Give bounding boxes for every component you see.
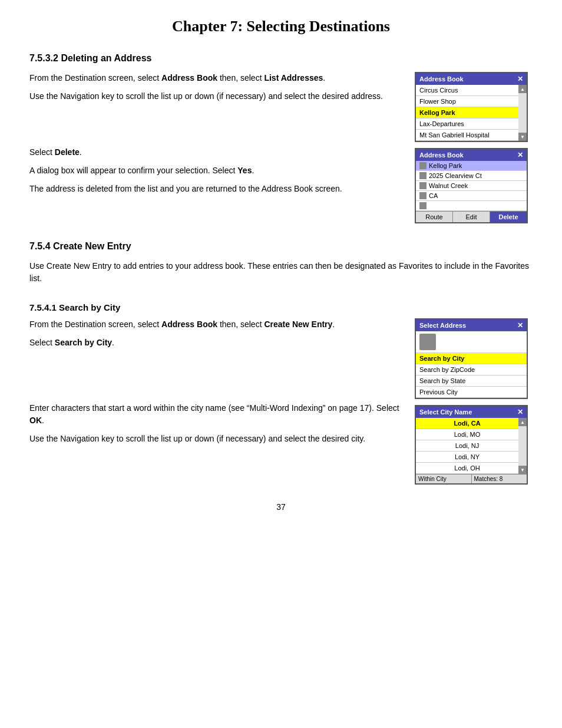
section-754-title: 7.5.4 Create New Entry (29, 241, 533, 252)
city-item-lodi-oh[interactable]: Lodi, OH (416, 463, 518, 474)
select-address-widget: Select Address ✕ Search by City Search b… (415, 318, 528, 399)
sa-icon-row (416, 331, 527, 353)
section-754-para: Use Create New Entry to add entries to y… (29, 260, 533, 285)
close-icon-4[interactable]: ✕ (517, 408, 523, 416)
section-7541-title: 7.5.4.1 Search by City (29, 302, 533, 312)
address-book-widget-2: Address Book ✕ Kellog Park 2025 Clearvie… (415, 148, 528, 223)
para-select-delete: Select Delete. (29, 146, 403, 159)
list-item[interactable]: Flower Shop (416, 96, 518, 107)
section-7532-text: From the Destination screen, select Addr… (29, 72, 403, 201)
detail-row: CA (416, 191, 527, 201)
section-754: 7.5.4 Create New Entry Use Create New En… (29, 241, 533, 285)
sa-item-previous-city[interactable]: Previous City (416, 387, 527, 398)
sa-item-search-by-zipcode[interactable]: Search by ZipCode (416, 364, 527, 375)
detail-row: 2025 Clearview Ct (416, 171, 527, 181)
row-icon (419, 192, 427, 199)
section-7541-text: From the Destination screen, select Addr… (29, 318, 403, 451)
list-item-highlighted[interactable]: Kellog Park (416, 107, 518, 118)
detail-row: Walnut Creek (416, 181, 527, 191)
city-item-lodi-ca[interactable]: Lodi, CA (416, 418, 518, 429)
row-icon (419, 202, 427, 209)
scn-footer: Within City Matches: 8 (416, 474, 527, 483)
close-icon-1[interactable]: ✕ (517, 75, 523, 83)
scroll-track (518, 93, 527, 133)
delete-button[interactable]: Delete (490, 212, 527, 222)
address-book-header-2: Address Book ✕ (416, 149, 527, 161)
scroll-track-2 (518, 426, 527, 466)
para-dialog: A dialog box will appear to confirm your… (29, 164, 403, 177)
para-enter-chars: Enter characters that start a word withi… (29, 402, 403, 427)
address-book-widget-1: Address Book ✕ Circus Circus Flower Shop… (415, 72, 528, 142)
sa-item-search-by-city[interactable]: Search by City (416, 353, 527, 364)
row-icon (419, 172, 427, 179)
book-icon (419, 162, 427, 169)
chapter-title: Chapter 7: Selecting Destinations (29, 18, 533, 35)
detail-row (416, 201, 527, 211)
edit-button[interactable]: Edit (453, 212, 490, 222)
matches-label: Matches: 8 (472, 475, 527, 483)
select-city-name-header: Select City Name ✕ (416, 406, 527, 418)
para-select-search-by-city: Select Search by City. (29, 337, 403, 349)
section-7532-content: From the Destination screen, select Addr… (29, 72, 533, 223)
scn-body: Lodi, CA Lodi, MO Lodi, NJ Lodi, NY Lodi… (416, 418, 527, 474)
row-icon (419, 182, 427, 189)
city-item-lodi-nj[interactable]: Lodi, NJ (416, 440, 518, 452)
section-7541-ui: Select Address ✕ Search by City Search b… (415, 318, 533, 485)
para-nav-key-2: Use the Navigation key to scroll the lis… (29, 433, 403, 445)
para-address-book-intro: From the Destination screen, select Addr… (29, 72, 403, 84)
scroll-down-icon-2[interactable]: ▼ (518, 466, 527, 474)
address-book-header-1: Address Book ✕ (416, 73, 527, 85)
select-address-header: Select Address ✕ (416, 319, 527, 331)
scroll-down-icon[interactable]: ▼ (518, 133, 527, 141)
para-create-new: From the Destination screen, select Addr… (29, 318, 403, 331)
city-item-lodi-ny[interactable]: Lodi, NY (416, 452, 518, 463)
route-button[interactable]: Route (416, 212, 453, 222)
scroll-up-icon-2[interactable]: ▲ (518, 418, 527, 426)
button-row: Route Edit Delete (416, 211, 527, 222)
section-7532-ui: Address Book ✕ Circus Circus Flower Shop… (415, 72, 533, 223)
scrollbar-1: ▲ ▼ (518, 85, 527, 141)
page-number: 37 (29, 502, 533, 512)
section-7532-title: 7.5.3.2 Deleting an Address (29, 53, 533, 64)
section-7532: 7.5.3.2 Deleting an Address From the Des… (29, 53, 533, 223)
section-7541-content: From the Destination screen, select Addr… (29, 318, 533, 485)
city-item-lodi-mo[interactable]: Lodi, MO (416, 429, 518, 440)
map-icon (419, 334, 436, 350)
scroll-up-icon[interactable]: ▲ (518, 85, 527, 93)
list-item[interactable]: Lax-Departures (416, 118, 518, 130)
detail-title-row: Kellog Park (416, 161, 527, 171)
sa-item-search-by-state[interactable]: Search by State (416, 375, 527, 387)
within-city-label: Within City (416, 475, 472, 483)
close-icon-3[interactable]: ✕ (517, 321, 523, 330)
select-city-name-widget: Select City Name ✕ Lodi, CA Lodi, MO Lod… (415, 405, 528, 485)
para-deleted: The address is deleted from the list and… (29, 183, 403, 195)
list-item[interactable]: Mt San Gabriell Hospital (416, 130, 518, 141)
address-book-body-1: Circus Circus Flower Shop Kellog Park La… (416, 85, 527, 141)
close-icon-2[interactable]: ✕ (517, 151, 523, 159)
para-nav-key: Use the Navigation key to scroll the lis… (29, 90, 403, 103)
section-7541: 7.5.4.1 Search by City From the Destinat… (29, 302, 533, 485)
list-item[interactable]: Circus Circus (416, 85, 518, 96)
